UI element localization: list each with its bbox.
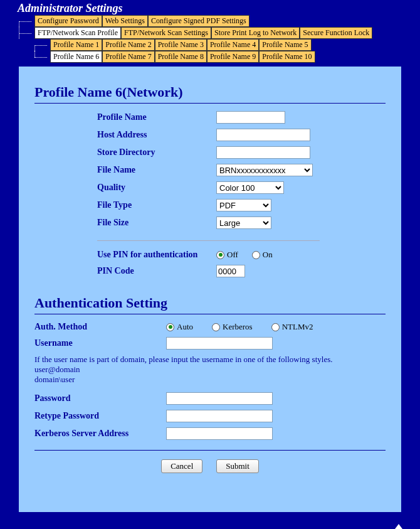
nav-item[interactable]: Profile Name 6 xyxy=(50,51,102,63)
label-auth-method: Auth. Method xyxy=(34,322,166,332)
label-quality: Quality xyxy=(97,183,216,193)
label-username: Username xyxy=(34,338,166,348)
nav-item[interactable]: Store Print Log to Network xyxy=(211,27,300,39)
nav-item[interactable]: Profile Name 1 xyxy=(50,39,102,51)
auth-kerberos-label: Kerberos xyxy=(223,322,253,332)
nav-item[interactable]: Profile Name 5 xyxy=(259,39,311,51)
label-file-size: File Size xyxy=(97,218,216,228)
pin-code-input[interactable] xyxy=(216,265,245,277)
kerberos-server-input[interactable] xyxy=(166,427,273,440)
profile-section-heading: Profile Name 6(Network) xyxy=(34,84,386,100)
nav-item[interactable]: Profile Name 2 xyxy=(102,39,154,51)
pin-on-radio[interactable] xyxy=(252,251,260,259)
profile-name-input[interactable] xyxy=(216,111,285,124)
scroll-up-arrow-icon[interactable] xyxy=(395,524,402,529)
label-password: Password xyxy=(34,393,166,403)
nav-item[interactable]: Profile Name 8 xyxy=(155,51,207,63)
nav-item[interactable]: Profile Name 7 xyxy=(102,51,154,63)
auth-ntlm-label: NTLMv2 xyxy=(282,322,313,332)
quality-select[interactable]: Color 100 xyxy=(216,181,284,194)
nav-item[interactable]: FTP/Network Scan Profile xyxy=(34,27,121,39)
page-title: Administrator Settings xyxy=(0,0,420,15)
navigation-tree: Configure PasswordWeb SettingsConfigure … xyxy=(0,15,420,67)
file-size-select[interactable]: Large xyxy=(216,216,271,229)
file-type-select[interactable]: PDF xyxy=(216,199,271,211)
nav-item[interactable]: Secure Function Lock xyxy=(300,27,372,39)
pin-on-label: On xyxy=(263,250,273,260)
label-host-address: Host Address xyxy=(97,130,216,140)
pin-off-label: Off xyxy=(227,250,238,260)
auth-auto-radio[interactable] xyxy=(166,323,174,331)
auth-kerberos-radio[interactable] xyxy=(212,323,220,331)
auth-section-heading: Authentication Setting xyxy=(34,295,386,311)
label-use-pin: Use PIN for authentication xyxy=(97,250,216,260)
retype-password-input[interactable] xyxy=(166,410,273,422)
username-input[interactable] xyxy=(166,337,273,350)
pin-off-radio[interactable] xyxy=(216,251,224,259)
label-pin-code: PIN Code xyxy=(97,266,216,276)
nav-item[interactable]: Profile Name 4 xyxy=(207,39,259,51)
cancel-button[interactable]: Cancel xyxy=(161,459,202,473)
label-file-name: File Name xyxy=(97,165,216,175)
file-name-select[interactable]: BRNxxxxxxxxxxxx xyxy=(216,164,313,176)
label-store-directory: Store Directory xyxy=(97,147,216,158)
password-input[interactable] xyxy=(166,392,273,405)
content-panel: Profile Name 6(Network) Profile Name Hos… xyxy=(19,67,401,512)
auth-auto-label: Auto xyxy=(177,322,193,332)
label-profile-name: Profile Name xyxy=(97,112,216,122)
label-file-type: File Type xyxy=(97,200,216,210)
auth-ntlm-radio[interactable] xyxy=(271,323,280,331)
nav-item[interactable]: Profile Name 3 xyxy=(155,39,207,51)
nav-item[interactable]: Profile Name 9 xyxy=(207,51,259,63)
label-kerberos-server: Kerberos Server Address xyxy=(34,429,166,439)
nav-item[interactable]: Configure Password xyxy=(34,15,102,27)
store-directory-input[interactable] xyxy=(216,146,310,159)
nav-item[interactable]: Web Settings xyxy=(102,15,148,27)
host-address-input[interactable] xyxy=(216,129,310,141)
label-retype-password: Retype Password xyxy=(34,411,166,421)
nav-item[interactable]: Configure Signed PDF Settings xyxy=(148,15,249,27)
nav-item[interactable]: Profile Name 10 xyxy=(259,51,315,63)
submit-button[interactable]: Submit xyxy=(216,459,259,473)
nav-item[interactable]: FTP/Network Scan Settings xyxy=(121,27,211,39)
username-hint: If the user name is part of domain, plea… xyxy=(34,355,386,385)
